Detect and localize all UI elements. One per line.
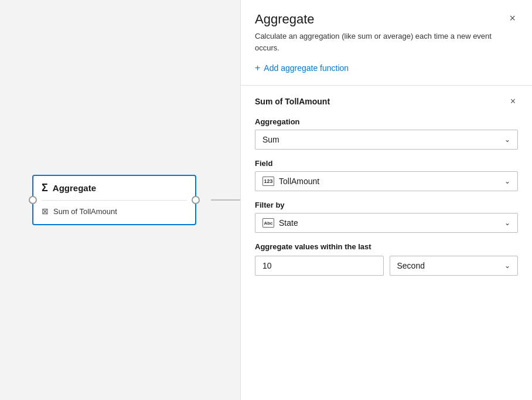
table-icon: ⊠ [42, 206, 49, 216]
function-close-button[interactable]: × [508, 95, 518, 108]
node-output-label: Sum of TollAmount [53, 207, 117, 216]
node-output: ⊠ Sum of TollAmount [42, 206, 187, 216]
within-inline-row: Second ⌄ [255, 256, 518, 276]
panel-header: Aggregate × [241, 0, 532, 30]
numeric-field-icon: 123 [262, 177, 274, 186]
within-unit-wrap: Second ⌄ [390, 256, 519, 276]
panel-close-button[interactable]: × [507, 12, 518, 25]
field-dropdown[interactable]: 123 TollAmount ⌄ [255, 171, 518, 191]
panel-title: Aggregate [255, 12, 315, 27]
function-section: Sum of TollAmount × Aggregation Sum ⌄ Fi… [241, 86, 532, 294]
within-field-group: Aggregate values within the last Second … [255, 242, 518, 276]
within-unit-value: Second [397, 261, 425, 270]
sigma-icon: Σ [42, 182, 48, 194]
panel-description: Calculate an aggregation (like sum or av… [241, 30, 532, 63]
string-field-icon: Abc [262, 218, 274, 228]
add-function-label: Add aggregate function [264, 63, 349, 73]
field-label: Field [255, 159, 518, 168]
aggregation-value: Sum [262, 135, 279, 144]
filter-chevron-icon: ⌄ [504, 219, 510, 227]
filter-label: Filter by [255, 201, 518, 209]
right-panel: Aggregate × Calculate an aggregation (li… [240, 0, 532, 400]
aggregation-field-group: Aggregation Sum ⌄ [255, 117, 518, 150]
field-chevron-icon: ⌄ [504, 177, 510, 185]
node-title: Σ Aggregate [42, 182, 187, 194]
filter-value-text: State [279, 218, 298, 228]
aggregation-dropdown[interactable]: Sum ⌄ [255, 130, 518, 150]
aggregation-chevron-icon: ⌄ [504, 135, 510, 144]
field-value-display: 123 TollAmount [262, 177, 319, 186]
plus-icon: + [255, 63, 260, 73]
canvas-area: Σ Aggregate ⊠ Sum of TollAmount [0, 0, 240, 400]
aggregation-label: Aggregation [255, 117, 518, 126]
node-divider [42, 200, 187, 201]
within-unit-chevron-icon: ⌄ [504, 262, 510, 270]
filter-field-group: Filter by Abc State ⌄ [255, 201, 518, 233]
field-field-group: Field 123 TollAmount ⌄ [255, 159, 518, 191]
node-title-text: Aggregate [53, 183, 96, 193]
within-number-input[interactable] [255, 256, 384, 276]
within-unit-dropdown[interactable]: Second ⌄ [390, 256, 519, 276]
field-value-text: TollAmount [279, 177, 319, 186]
right-connector[interactable] [192, 196, 200, 204]
function-name: Sum of TollAmount [255, 97, 330, 106]
filter-value-display: Abc State [262, 218, 298, 228]
left-connector[interactable] [29, 196, 37, 204]
aggregate-node[interactable]: Σ Aggregate ⊠ Sum of TollAmount [32, 175, 196, 225]
connection-curve [205, 0, 240, 400]
function-header: Sum of TollAmount × [255, 95, 518, 108]
within-label: Aggregate values within the last [255, 242, 518, 251]
filter-dropdown[interactable]: Abc State ⌄ [255, 213, 518, 233]
within-number-wrap [255, 256, 384, 276]
add-aggregate-function-button[interactable]: + Add aggregate function [255, 63, 518, 73]
